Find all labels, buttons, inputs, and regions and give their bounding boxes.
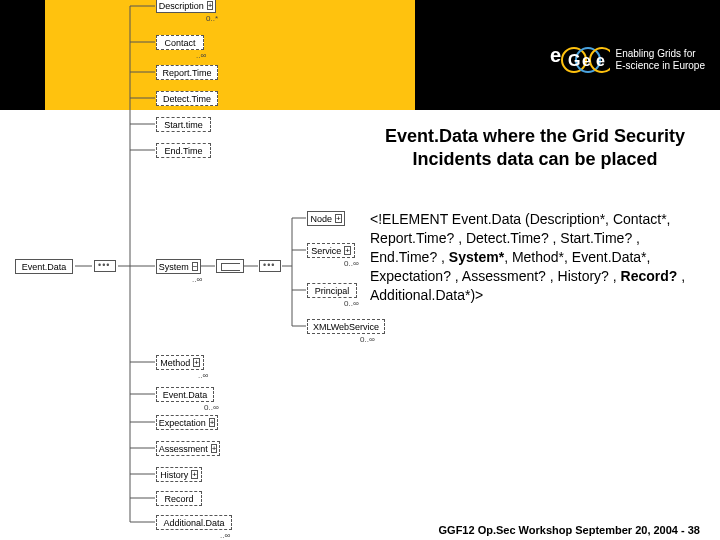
node-label: Contact <box>164 38 195 48</box>
card-description: 0..* <box>206 14 218 23</box>
card-additionaldata: ..∞ <box>220 531 230 540</box>
card-method: ..∞ <box>198 371 208 380</box>
card-principal: 0..∞ <box>344 299 359 308</box>
node-reporttime: Report.Time <box>156 65 218 80</box>
node-label: Service <box>311 246 341 256</box>
svg-text:e: e <box>596 52 605 69</box>
node-starttime: Start.time <box>156 117 211 132</box>
node-xmlwebservice: XMLWebService <box>307 319 385 334</box>
node-label: Principal <box>315 286 350 296</box>
slide-title: Event.Data where the Grid Security Incid… <box>370 125 700 172</box>
dtd-bold-record: Record? <box>621 268 678 284</box>
expand-icon: + <box>344 246 351 255</box>
node-eventdata-child: Event.Data <box>156 387 214 402</box>
expand-icon: + <box>191 470 198 479</box>
card-service: 0..∞ <box>344 259 359 268</box>
node-record: Record <box>156 491 202 506</box>
logo-line1: Enabling Grids for <box>616 48 706 61</box>
node-additionaldata: Additional.Data <box>156 515 232 530</box>
node-endtime: End.Time <box>156 143 211 158</box>
node-label: Event.Data <box>22 262 67 272</box>
node-label: Node <box>310 214 332 224</box>
node-assessment: Assessment+ <box>156 441 220 456</box>
node-method: Method+ <box>156 355 204 370</box>
node-label: XMLWebService <box>313 322 379 332</box>
choice-icon <box>216 259 244 273</box>
logo-tagline: Enabling Grids for E-science in Europe <box>616 48 706 73</box>
node-label: Start.time <box>164 120 203 130</box>
node-contact: Contact <box>156 35 204 50</box>
card-system: ..∞ <box>192 275 202 284</box>
egee-logo-icon: e G e e <box>550 40 610 80</box>
node-label: Event.Data <box>163 390 208 400</box>
egee-logo-block: e G e e Enabling Grids for E-science in … <box>550 40 706 80</box>
node-label: Expectation <box>159 418 206 428</box>
dtd-definition: <!ELEMENT Event.Data (Description*, Cont… <box>370 210 710 304</box>
node-eventdata-root: Event.Data <box>15 259 73 274</box>
node-node: Node+ <box>307 211 345 226</box>
sequence-icon <box>259 260 281 272</box>
expand-icon: + <box>207 1 214 10</box>
node-label: History <box>160 470 188 480</box>
node-history: History+ <box>156 467 202 482</box>
node-service: Service+ <box>307 243 355 258</box>
node-principal: Principal <box>307 283 357 298</box>
node-label: System <box>159 262 189 272</box>
sequence-icon <box>94 260 116 272</box>
expand-icon: + <box>193 358 200 367</box>
card-xmlws: 0..∞ <box>360 335 375 344</box>
slide-footer: GGF12 Op.Sec Workshop September 20, 2004… <box>439 524 700 536</box>
logo-line2: E-science in Europe <box>616 60 706 73</box>
svg-text:e: e <box>582 52 591 69</box>
expand-icon: + <box>209 418 216 427</box>
collapse-icon: − <box>192 262 199 271</box>
node-label: Method <box>160 358 190 368</box>
node-label: Report.Time <box>162 68 211 78</box>
expand-icon: + <box>211 444 218 453</box>
expand-icon: + <box>335 214 342 223</box>
node-label: Record <box>164 494 193 504</box>
svg-text:G: G <box>568 52 580 69</box>
card-contact: ..∞ <box>196 51 206 60</box>
node-label: Detect.Time <box>163 94 211 104</box>
node-label: Assessment <box>159 444 208 454</box>
node-detecttime: Detect.Time <box>156 91 218 106</box>
dtd-bold-system: System* <box>449 249 504 265</box>
node-label: End.Time <box>164 146 202 156</box>
node-label: Description <box>159 1 204 11</box>
node-description: Description+ <box>156 0 216 13</box>
node-system: System− <box>156 259 201 274</box>
svg-text:e: e <box>550 44 561 66</box>
dtd-lead: <!ELEMENT Event.Data <box>370 211 521 227</box>
node-expectation: Expectation+ <box>156 415 218 430</box>
card-eventdata: 0..∞ <box>204 403 219 412</box>
node-label: Additional.Data <box>163 518 224 528</box>
schema-diagram: Event.Data Description+ 0..* Contact ..∞… <box>0 0 370 540</box>
